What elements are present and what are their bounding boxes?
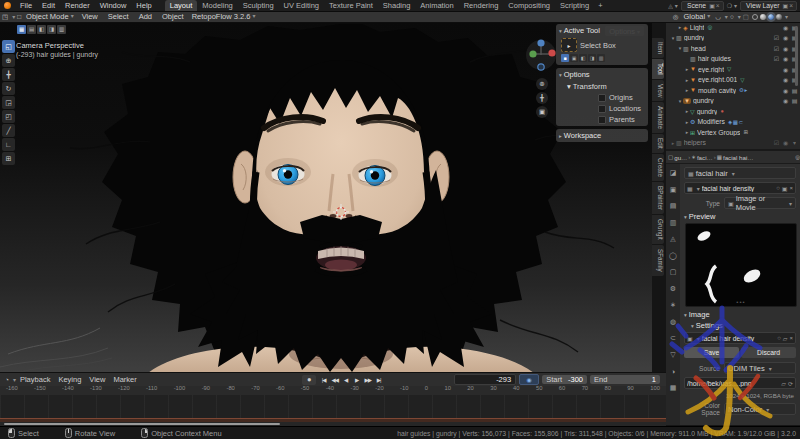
texture-name-value[interactable]: facial hair density [702, 185, 775, 192]
outliner-row[interactable]: ▸ ▽ gundry ● [666, 106, 800, 117]
colorspace-selector[interactable]: Non-Color ▾ [724, 403, 796, 415]
filepath-field[interactable]: /home/bek/uas….png ▱ ⟳ [684, 377, 796, 389]
workspace-tab[interactable]: Modeling [197, 0, 237, 11]
reload-image-icon[interactable]: ⟳ [788, 380, 793, 387]
hide-eye-icon[interactable]: ◉ [782, 66, 789, 73]
properties-tab[interactable]: ▢ [667, 266, 679, 278]
breadcrumb-object[interactable]: gu… [674, 154, 687, 161]
texture-type-selector[interactable]: ▣ Image or Movie ▾ [724, 197, 796, 209]
fake-user-icon[interactable]: ○ [776, 185, 780, 191]
outliner-scrollbar[interactable] [795, 26, 798, 86]
properties-tab[interactable]: ▣ [667, 184, 679, 196]
collection-checkbox-icon[interactable]: ☑ [773, 55, 780, 62]
properties-tab[interactable]: ⚙ [667, 283, 679, 295]
particles-icon[interactable]: ∗ [691, 154, 696, 160]
unlink-texture-icon[interactable]: × [789, 185, 793, 191]
navigation-gizmo[interactable] [524, 38, 558, 72]
sidebar-tab[interactable]: View [652, 80, 664, 102]
viewport-menu-item[interactable]: View [77, 11, 103, 22]
sidebar-tab[interactable]: Tool [652, 59, 664, 79]
hide-eye-icon[interactable]: ◉ [782, 87, 789, 94]
workspace-tab[interactable]: UV Editing [279, 0, 324, 11]
tool-button[interactable]: ◰ [2, 110, 15, 123]
properties-tab[interactable]: ⊂ [667, 332, 679, 344]
active-tool-panel-header[interactable]: ▾ Active Tool [559, 26, 645, 35]
menu-item[interactable]: Edit [37, 0, 60, 11]
blender-logo-icon[interactable] [4, 2, 11, 9]
properties-tab[interactable]: ▦ [667, 382, 679, 394]
timeline-menu-item[interactable]: Keying [54, 375, 85, 384]
workspace-tab[interactable]: Animation [415, 0, 458, 11]
select-mode-button[interactable]: ▥ [597, 54, 605, 62]
hide-eye-icon[interactable]: ◉ [782, 34, 789, 41]
menu-item[interactable]: File [15, 0, 37, 11]
viewport-3d[interactable] [0, 22, 652, 372]
properties-tab[interactable]: ◍ [667, 316, 679, 328]
select-mode-button[interactable]: ◨ [588, 54, 596, 62]
unlink-image-icon[interactable]: × [789, 335, 793, 341]
shading-rendered-icon[interactable] [776, 14, 782, 20]
viewport-menu-item[interactable]: Object [157, 11, 189, 22]
source-selector[interactable]: UDIM Tiles ▾ [724, 362, 796, 374]
outliner-row[interactable]: ▸ ⊞ Vertex Groups ⊞ [666, 127, 800, 138]
retopoflow-tool-button[interactable]: ◧ [37, 25, 46, 34]
checkbox[interactable] [598, 116, 606, 124]
transform-subpanel-header[interactable]: ▾ Transform [567, 82, 645, 91]
browse-file-icon[interactable]: ▱ [781, 380, 786, 387]
tool-button[interactable]: ◱ [2, 40, 15, 53]
menu-item[interactable]: Help [131, 0, 156, 11]
auto-keyframe-toggle[interactable]: ◉ [519, 374, 539, 385]
checkbox[interactable] [598, 105, 606, 113]
select-mode-button[interactable]: ■ [561, 54, 569, 62]
proportional-edit-icon[interactable]: ○ [728, 13, 736, 20]
tool-button[interactable]: ◲ [2, 96, 15, 109]
viewport-menu-item[interactable]: Select [103, 11, 134, 22]
shading-material-icon[interactable] [768, 14, 774, 20]
outliner-row[interactable]: ▸ ◈ Light ◎ ◉ ▤ [666, 22, 800, 33]
discard-button[interactable]: Discard [741, 347, 796, 358]
fake-user-icon[interactable]: ○ [777, 335, 781, 341]
outliner-row[interactable]: ▥ hair guides ☑ ◉ ▤ [666, 54, 800, 65]
texture-icon[interactable]: ▦ [717, 154, 722, 160]
image-name-value[interactable]: facial hair density [702, 335, 776, 342]
properties-tab[interactable]: ◑ [667, 365, 679, 377]
playback-button[interactable]: |◀ [318, 377, 329, 383]
frame-end-field[interactable]: End 1 [590, 375, 660, 384]
collection-checkbox-icon[interactable]: ☑ [773, 34, 780, 41]
select-mode-button[interactable]: ◧ [579, 54, 587, 62]
settings-panel-header[interactable]: ▾ Settings [691, 321, 796, 330]
retopoflow-tool-button[interactable]: ◨ [47, 25, 56, 34]
tool-button[interactable]: ╋ [2, 68, 15, 81]
viewport-menu-item[interactable]: Add [134, 11, 157, 22]
collection-checkbox-icon[interactable]: ☑ [773, 139, 780, 146]
shading-dropdown-icon[interactable]: ▾ [785, 13, 788, 20]
view-layer-selector[interactable]: View Layer ▣ × [740, 1, 797, 11]
hide-eye-icon[interactable]: ◉ [782, 76, 789, 83]
playback-button[interactable]: ◀◀ [329, 377, 340, 383]
outliner-row[interactable]: ▾ ▥ gundry ☑ ◉ ▤ [666, 33, 800, 44]
sidebar-tab[interactable]: BPainter [652, 182, 664, 214]
resize-handle-icon[interactable]: ••• [736, 299, 745, 305]
transform-pivot-icon[interactable]: ◎ [671, 13, 681, 21]
image-panel-header[interactable]: ▾ Image [684, 310, 796, 319]
sidebar-tab[interactable]: Animate [652, 102, 664, 133]
select-mode-button[interactable]: ▣ [570, 54, 578, 62]
hide-eye-icon[interactable]: ◉ [782, 45, 789, 52]
snap-magnet-icon[interactable]: ◡ [713, 13, 723, 21]
workspace-tab[interactable]: Compositing [503, 0, 555, 11]
tool-button[interactable]: ╱ [2, 124, 15, 137]
breadcrumb-particles[interactable]: faci… [697, 154, 713, 161]
menu-item[interactable]: Render [60, 0, 95, 11]
workspace-tab[interactable]: Layout [165, 0, 198, 11]
outliner-row[interactable]: ▸ ▥ helpers ☑ ◉ ▾ [666, 138, 800, 149]
tool-button[interactable]: ⊕ [2, 54, 15, 67]
tool-button[interactable]: ⊞ [2, 152, 15, 165]
view-layer-browse-icon[interactable]: ▾ [734, 2, 737, 9]
pan-view-icon[interactable]: ╋ [536, 92, 548, 104]
properties-tab[interactable]: ◪ [667, 167, 679, 179]
shading-solid-icon[interactable] [760, 14, 766, 20]
scene-browse-icon[interactable]: ▾ [675, 2, 678, 9]
checkbox[interactable] [598, 94, 606, 102]
retopoflow-tool-button[interactable]: ▦ [17, 25, 26, 34]
preview-panel-header[interactable]: ▾ Preview [684, 212, 796, 221]
